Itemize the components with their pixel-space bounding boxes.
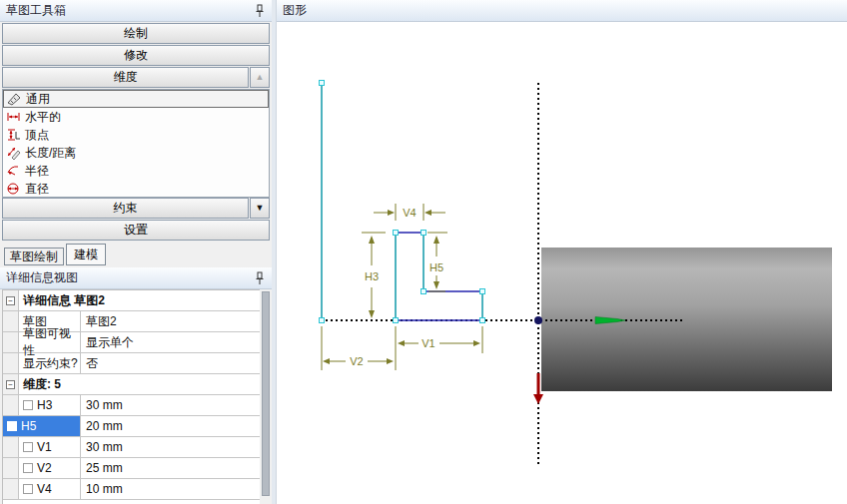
toolbox-panel-header: 草图工具箱 [0, 0, 272, 22]
tab-modeling[interactable]: 建模 [66, 244, 106, 265]
dimension-value[interactable]: 25 mm [81, 458, 260, 478]
tool-item-horizontal[interactable]: 水平的 [3, 108, 269, 126]
dimensions-group-header-row[interactable]: − 维度: 5 [3, 374, 260, 395]
pin-icon[interactable] [254, 271, 266, 285]
radius-icon [6, 164, 21, 178]
tool-item-radius[interactable]: 半径 [3, 162, 269, 180]
tool-item-label: 通用 [26, 91, 50, 108]
tool-item-label: 直径 [25, 181, 49, 198]
table-row[interactable]: 草图可视性 显示单个 [3, 332, 260, 353]
details-title: 详细信息视图 [6, 269, 254, 286]
table-row[interactable]: 显示约束? 否 [3, 353, 260, 374]
dimension-value[interactable]: 20 mm [81, 416, 260, 436]
draw-button[interactable]: 绘制 [2, 23, 270, 44]
dimension-value[interactable]: 10 mm [81, 479, 260, 499]
tool-item-label: 半径 [25, 163, 49, 180]
dimension-label-v2[interactable]: V2 [350, 355, 363, 367]
dimensions-button[interactable]: 维度 [2, 67, 249, 88]
row-value[interactable]: 草图2 [81, 311, 260, 331]
constraints-button[interactable]: 约束 [2, 198, 249, 219]
reference-checkbox[interactable] [23, 400, 33, 410]
vertex-dimension-icon [6, 128, 21, 142]
dimension-label-v1[interactable]: V1 [422, 337, 434, 349]
tool-item-general[interactable]: 通用 [3, 90, 269, 108]
sketch-horizontal-lines[interactable] [396, 233, 482, 320]
group-header-label: 维度: 5 [19, 374, 260, 394]
dimension-row-v2[interactable]: V2 25 mm [3, 458, 260, 479]
dimension-name[interactable]: V2 [37, 461, 52, 475]
modify-button[interactable]: 修改 [2, 45, 270, 66]
dimension-row-v4[interactable]: V4 10 mm [3, 479, 260, 500]
application-window: 草图工具箱 绘制 修改 维度 ▲ 通用 水平的 [0, 0, 847, 504]
dimension-value[interactable]: 30 mm [81, 437, 260, 457]
sketch-canvas[interactable]: V4 H3 H5 [277, 0, 847, 504]
graphics-panel: 图形 [277, 0, 847, 504]
dimension-name[interactable]: V4 [37, 482, 52, 496]
tool-item-label: 长度/距离 [25, 145, 76, 162]
details-panel-header: 详细信息视图 [0, 267, 272, 289]
dimension-label-v4[interactable]: V4 [403, 207, 416, 219]
reference-checkbox[interactable] [23, 484, 33, 494]
scrollbar-thumb[interactable] [262, 291, 270, 496]
sketch-vertical-lines[interactable] [322, 83, 482, 320]
dimension-v1 [396, 326, 482, 370]
collapse-icon[interactable]: − [6, 296, 15, 305]
dimension-value[interactable]: 30 mm [81, 395, 260, 415]
scroll-up-button[interactable]: ▲ [250, 67, 270, 88]
tool-item-label: 顶点 [25, 127, 49, 144]
ruler-icon [7, 92, 22, 106]
sketch-toolbox-panel: 草图工具箱 绘制 修改 维度 ▲ 通用 水平的 [0, 0, 272, 504]
dimension-row-v1[interactable]: V1 30 mm [3, 437, 260, 458]
tool-item-diameter[interactable]: 直径 [3, 180, 269, 198]
dimension-label-h3[interactable]: H3 [365, 270, 379, 282]
tool-item-length-distance[interactable]: 长度/距离 [3, 144, 269, 162]
details-group-header-row[interactable]: − 详细信息 草图2 [3, 290, 260, 311]
dimension-row-h3[interactable]: H3 30 mm [3, 395, 260, 416]
tool-item-label: 水平的 [25, 109, 61, 126]
reference-checkbox[interactable] [7, 421, 17, 431]
tab-sketching[interactable]: 草图绘制 [4, 248, 64, 265]
vertex-markers[interactable] [320, 81, 485, 323]
row-label[interactable]: 草图可视性 [19, 332, 81, 352]
dimension-row-h5[interactable]: H5 20 mm [3, 416, 260, 437]
dimension-name-selected[interactable]: H5 [3, 416, 81, 436]
toolbox-title: 草图工具箱 [6, 2, 254, 19]
dimension-name[interactable]: V1 [37, 440, 52, 454]
settings-button[interactable]: 设置 [2, 220, 270, 241]
dimension-label-h5[interactable]: H5 [429, 261, 443, 273]
diameter-icon [6, 182, 21, 196]
details-scrollbar [260, 289, 272, 504]
origin-point [534, 316, 542, 324]
row-value[interactable]: 显示单个 [81, 332, 260, 352]
reference-checkbox[interactable] [23, 463, 33, 473]
pin-icon[interactable] [254, 4, 266, 18]
row-label[interactable]: 显示约束? [19, 353, 81, 373]
reference-checkbox[interactable] [23, 442, 33, 452]
tool-item-vertex[interactable]: 顶点 [3, 126, 269, 144]
horizontal-dimension-icon [6, 110, 21, 124]
collapse-icon[interactable]: − [6, 380, 15, 389]
dimension-name[interactable]: H3 [37, 398, 52, 412]
length-distance-icon [6, 146, 21, 160]
details-table: − 详细信息 草图2 草图 草图2 草图可视性 显示单个 显示约束? 否 − 维… [2, 289, 260, 504]
row-value[interactable]: 否 [81, 353, 260, 373]
dimension-tool-list: 通用 水平的 顶点 长度/距离 [2, 89, 270, 198]
scroll-down-button[interactable]: ▼ [250, 198, 270, 219]
cylinder-model[interactable] [541, 248, 832, 391]
group-header-label: 详细信息 草图2 [19, 290, 260, 310]
